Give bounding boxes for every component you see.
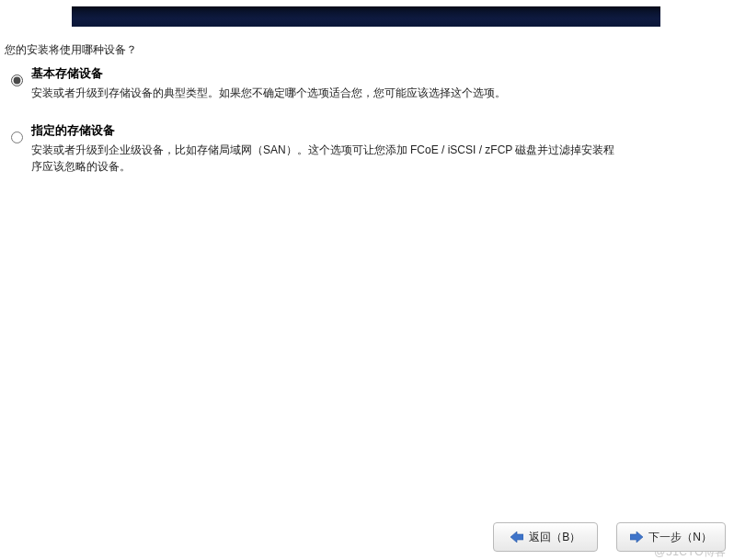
- page-question: 您的安装将使用哪种设备？: [5, 42, 137, 58]
- option-specified-desc: 安装或者升级到企业级设备，比如存储局域网（SAN）。这个选项可让您添加 FCoE…: [31, 142, 618, 175]
- svg-marker-0: [510, 531, 523, 543]
- storage-options-group: 基本存储设备 安装或者升级到存储设备的典型类型。如果您不确定哪个选项适合您，您可…: [11, 66, 618, 197]
- option-basic-title: 基本存储设备: [31, 66, 618, 82]
- next-button[interactable]: 下一步（N）: [616, 522, 726, 552]
- radio-basic-storage[interactable]: [11, 74, 23, 86]
- option-basic-desc: 安装或者升级到存储设备的典型类型。如果您不确定哪个选项适合您，您可能应该选择这个…: [31, 85, 618, 101]
- arrow-right-icon: [630, 531, 643, 543]
- option-specified-title: 指定的存储设备: [31, 123, 618, 139]
- radio-specified-storage[interactable]: [11, 131, 23, 143]
- header-banner: [72, 6, 660, 27]
- svg-marker-1: [630, 531, 643, 543]
- back-button[interactable]: 返回（B）: [493, 522, 598, 552]
- arrow-left-icon: [510, 531, 523, 543]
- option-specified-storage[interactable]: 指定的存储设备 安装或者升级到企业级设备，比如存储局域网（SAN）。这个选项可让…: [11, 123, 618, 175]
- footer-buttons: 返回（B） 下一步（N）: [493, 522, 726, 552]
- back-button-label: 返回（B）: [529, 530, 580, 545]
- option-basic-storage[interactable]: 基本存储设备 安装或者升级到存储设备的典型类型。如果您不确定哪个选项适合您，您可…: [11, 66, 618, 101]
- next-button-label: 下一步（N）: [648, 530, 712, 545]
